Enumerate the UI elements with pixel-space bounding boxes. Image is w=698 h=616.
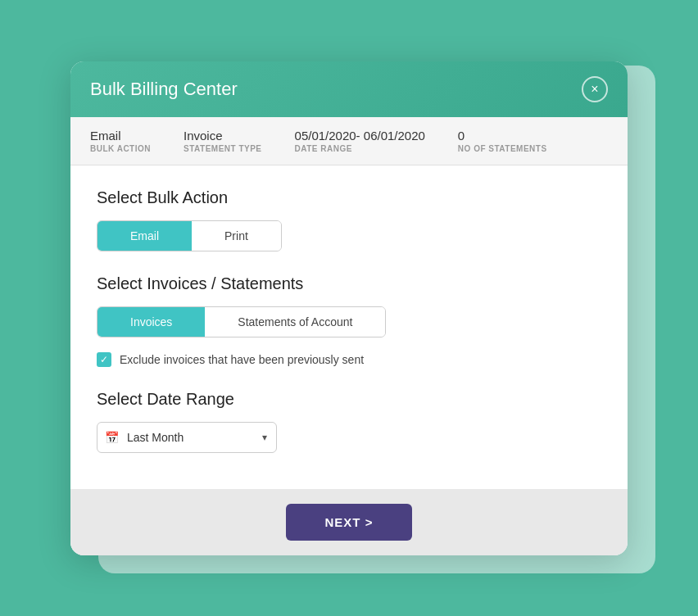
checkmark-icon: ✓ xyxy=(100,355,108,365)
modal-footer: NEXT > xyxy=(70,489,628,555)
invoices-title: Select Invoices / Statements xyxy=(97,274,601,293)
exclude-checkbox[interactable]: ✓ xyxy=(97,352,111,367)
date-range-title: Select Date Range xyxy=(97,390,601,409)
email-toggle-button[interactable]: Email xyxy=(97,221,192,251)
step-date-range: 05/01/2020- 06/01/2020 DATE RANGE xyxy=(295,129,425,153)
step-bulk-action: Email BULK ACTION xyxy=(90,129,151,153)
step-date-range-value: 05/01/2020- 06/01/2020 xyxy=(295,129,425,143)
step-date-range-label: DATE RANGE xyxy=(295,144,425,153)
step-no-of-statements-value: 0 xyxy=(458,129,547,143)
bulk-action-section: Select Bulk Action Email Print xyxy=(97,188,601,251)
step-statement-type-value: Invoice xyxy=(184,129,262,143)
invoices-toggle: Invoices Statements of Account xyxy=(97,306,386,337)
step-statement-type: Invoice STATEMENT TYPE xyxy=(184,129,262,153)
statements-toggle-button[interactable]: Statements of Account xyxy=(205,307,385,337)
exclude-checkbox-row: ✓ Exclude invoices that have been previo… xyxy=(97,352,601,367)
modal-title: Bulk Billing Center xyxy=(90,79,238,100)
close-button[interactable]: × xyxy=(582,76,608,102)
date-select-wrapper: 📅 Last Month This Month Last 3 Months Cu… xyxy=(97,422,277,453)
invoices-toggle-button[interactable]: Invoices xyxy=(97,307,205,337)
step-bulk-action-label: BULK ACTION xyxy=(90,144,151,153)
modal-body: Select Bulk Action Email Print Select In… xyxy=(70,165,628,489)
step-statement-type-label: STATEMENT TYPE xyxy=(184,144,262,153)
invoices-section: Select Invoices / Statements Invoices St… xyxy=(97,274,601,367)
next-button[interactable]: NEXT > xyxy=(286,504,413,541)
step-no-of-statements: 0 NO OF STATEMENTS xyxy=(458,129,547,153)
step-no-of-statements-label: NO OF STATEMENTS xyxy=(458,144,547,153)
print-toggle-button[interactable]: Print xyxy=(192,221,281,251)
step-bulk-action-value: Email xyxy=(90,129,151,143)
bulk-action-toggle: Email Print xyxy=(97,220,282,251)
exclude-checkbox-label: Exclude invoices that have been previous… xyxy=(120,353,364,366)
date-range-section: Select Date Range 📅 Last Month This Mont… xyxy=(97,390,601,453)
date-range-select[interactable]: Last Month This Month Last 3 Months Cust… xyxy=(97,422,277,453)
steps-bar: Email BULK ACTION Invoice STATEMENT TYPE… xyxy=(70,117,628,165)
modal-container: Bulk Billing Center × Email BULK ACTION … xyxy=(70,61,628,555)
bulk-action-title: Select Bulk Action xyxy=(97,188,601,207)
modal-header: Bulk Billing Center × xyxy=(70,61,628,117)
